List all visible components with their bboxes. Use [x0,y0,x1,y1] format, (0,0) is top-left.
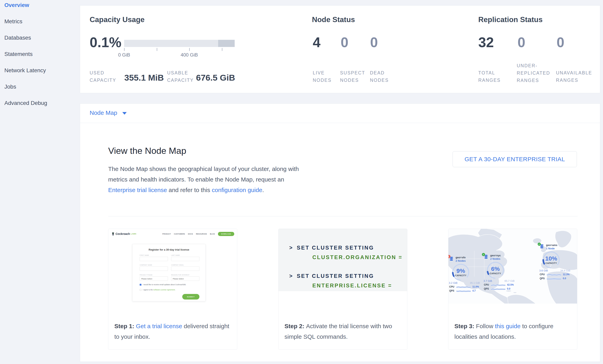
registration-thumbnail: Cockroach LABS PRODUCT CUSTOMERS DOCS RE… [108,229,237,303]
configuration-guide-link[interactable]: configuration guide [212,187,262,193]
capacity-gauge: 9% CAPACITY [450,263,471,281]
mini-site-logo-labs: LABS [131,233,137,235]
mini-site-logo-text: Cockroach [116,232,130,235]
sql-commands-thumbnail: >SET CLUSTER SETTING CLUSTER.ORGANIZATIO… [278,229,407,291]
capacity-axis-label-400: 400 GiB [179,52,199,58]
suspect-nodes-count: 0 [341,35,348,49]
locality-nodes: 1 Node [546,247,555,250]
section-divider [108,216,578,216]
view-selector-bar: Node Map [80,103,600,123]
capacity-gauge: 10% CAPACITY [541,251,562,268]
enterprise-trial-license-link[interactable]: Enterprise trial license [108,187,167,193]
step1-card: Cockroach LABS PRODUCT CUSTOMERS DOCS RE… [108,229,237,350]
mini-label-reason-for-interest: REASON FOR INTEREST [171,274,189,276]
step1-caption: Step 1: Get a trial license delivered st… [114,321,232,342]
locality-name: geo=sfo [456,256,465,259]
sidebar-item-overview[interactable]: Overview [4,1,29,9]
mini-download-button: DOWNLOAD [218,232,234,236]
mini-label-project-phase: PROJECT PHASE [140,274,153,276]
sidebar-item-statements[interactable]: Statements [4,50,33,58]
capacity-percent: 9% [450,267,471,274]
capacity-range: 3.6 GiB34.4 GiB [539,269,570,272]
node-status-title: Node Status [312,16,355,24]
mini-registration-form: Register for a 30-day trial license FIRS… [132,244,206,301]
capacity-bar [124,40,235,47]
cpu-sparkline [547,273,561,276]
unavailable-ranges-label: UNAVAILABLERANGES [556,69,592,84]
this-guide-link[interactable]: this guide [495,323,520,329]
get-trial-license-link[interactable]: Get a trial license [136,323,182,329]
used-capacity-label: USEDCAPACITY [90,69,116,84]
sidebar-item-advanced-debug[interactable]: Advanced Debug [4,99,47,107]
mini-label-company-name: COMPANY NAME [140,264,152,266]
mini-site-nav: PRODUCT CUSTOMERS DOCS RESOURCES BLOG DO… [162,232,234,236]
mini-label-company-email: COMPANY EMAIL [171,264,184,266]
mini-form-title: Register for a 30-day trial license [132,248,205,251]
capacity-gauge: 6% CAPACITY [485,261,506,279]
mini-input-first-name [140,257,168,261]
qps-sparkline [547,277,561,280]
total-ranges-label: TOTALRANGES [478,69,501,84]
step2-card: >SET CLUSTER SETTING CLUSTER.ORGANIZATIO… [278,229,407,350]
mini-checkbox-license-agreement: I agree to the Software License Agreemen… [140,289,175,291]
dead-nodes-count: 0 [370,35,378,49]
cpu-sparkline [491,284,505,286]
sidebar: Overview Metrics Databases Statements Ne… [0,0,79,364]
mini-license-agreement-link: Software License Agreement [153,289,175,291]
mini-nav-product: PRODUCT [162,233,171,235]
get-enterprise-trial-button[interactable]: GET A 30-DAY ENTERPRISE TRIAL [452,151,577,167]
sidebar-item-jobs[interactable]: Jobs [4,83,16,91]
healthy-badge-icon: ✓ [538,243,541,246]
capacity-usage-title: Capacity Usage [90,16,145,24]
mini-input-company-name [140,266,168,271]
under-replicated-ranges-count: 0 [518,35,525,49]
cpu-metric: CPU12.3% [540,273,571,276]
qps-sparkline [456,290,471,292]
total-ranges-count: 32 [478,35,494,49]
live-nodes-label: LIVENODES [313,69,332,84]
sidebar-item-network-latency[interactable]: Network Latency [4,66,46,74]
step3-caption: Step 3: Follow this guide to configure l… [454,321,572,342]
qps-sparkline [491,287,505,290]
mini-site-header: Cockroach LABS PRODUCT CUSTOMERS DOCS RE… [112,231,234,237]
capacity-axis-label-0: 0 GiB [116,52,132,58]
locality-name: geo=ams [546,243,557,247]
database-icon: ✓ [484,254,489,260]
database-icon: 1 [449,256,454,262]
chevron-down-icon [122,112,127,115]
sql-line-1-arg: CLUSTER.ORGANIZATION = [312,254,403,261]
sidebar-item-databases[interactable]: Databases [4,34,31,42]
used-capacity-value: 355.1 MiB [124,73,164,83]
node-map-dropdown[interactable]: Node Map [90,110,127,116]
sidebar-item-metrics[interactable]: Metrics [4,18,22,25]
capacity-percent: 6% [485,265,506,272]
cockroach-logo-icon [112,232,115,236]
mini-label-first-name: FIRST NAME [140,254,149,256]
checkbox-checked-icon [140,284,141,286]
cluster-summary-panel: Capacity Usage 0.1% 0 GiB 400 GiB USEDCA… [80,5,600,93]
overview-page: Overview Metrics Databases Statements Ne… [0,0,603,364]
mini-checkbox-email-updates: I would like to receive email updates ab… [140,284,186,286]
mini-select-reason: Please Select [171,276,199,281]
page-title: View the Node Map [108,146,186,156]
mini-submit-button: SUBMIT [182,294,199,299]
mini-label-last-name: LAST NAME [171,254,180,256]
mini-input-company-email [171,266,199,271]
mini-input-last-name [171,257,199,261]
cpu-sparkline [456,286,471,288]
qps-metric: QPS4.7 [449,289,481,293]
capacity-range: 3.7 GiB65.7 GiB [484,279,515,282]
sql-line-2-arg: ENTERPRISE.LICENSE = [312,283,392,289]
mini-nav-customers: CUSTOMERS [174,233,185,235]
capacity-used-percent: 0.1% [90,35,122,49]
mini-nav-docs: DOCS [188,233,193,235]
step2-caption: Step 2: Activate the trial license with … [284,321,402,342]
node-map-enterprise-panel: View the Node Map The Node Map shows the… [80,123,600,362]
cpu-metric: CPU11.0% [449,285,481,288]
qps-metric: QPS0.0 [484,287,516,291]
mini-nav-blog: BLOG [210,233,215,235]
capacity-bar-axis [124,48,235,51]
capacity-percent: 10% [541,255,562,262]
under-replicated-ranges-label: UNDER-REPLICATEDRANGES [517,62,550,84]
node-map-thumbnail: 1 geo=sfo 2 Nodes 9% CAPACITY 3.2 GiB35.… [448,229,577,304]
